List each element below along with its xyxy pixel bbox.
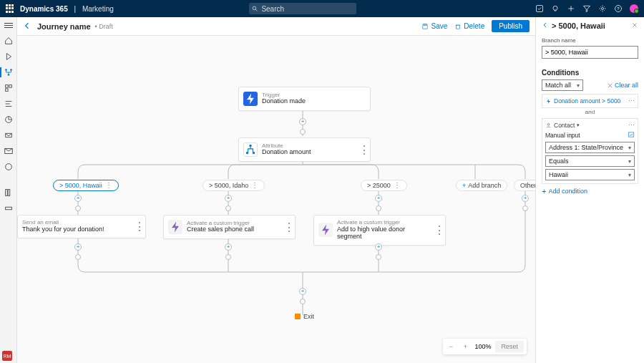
nav-tasks-icon[interactable] bbox=[4, 99, 14, 109]
svg-rect-24 bbox=[5, 207, 11, 210]
nav-channel-icon[interactable] bbox=[4, 130, 14, 140]
nav-segments-icon[interactable] bbox=[4, 83, 14, 93]
node-more-icon[interactable]: ⋮ bbox=[434, 223, 441, 237]
add-condition-button[interactable]: +Add condition bbox=[542, 187, 638, 195]
match-type-dropdown[interactable]: Match all▾ bbox=[542, 79, 583, 91]
svg-point-0 bbox=[253, 6, 257, 10]
action-node-trigger-1[interactable]: Activate a custom triggerCreate sales ph… bbox=[163, 215, 296, 239]
clear-all-button[interactable]: Clear all bbox=[607, 82, 638, 89]
filter-icon[interactable] bbox=[582, 4, 591, 13]
connector-end-dot bbox=[522, 205, 528, 211]
branch-chip-2[interactable]: > 5000, Idaho⋮ bbox=[203, 180, 265, 191]
record-status-chip: • Draft bbox=[95, 23, 113, 30]
nav-email-icon[interactable] bbox=[4, 146, 14, 156]
panel-close-button[interactable] bbox=[631, 21, 638, 30]
contact-label[interactable]: Contact bbox=[554, 122, 575, 129]
left-nav-rail bbox=[0, 17, 17, 363]
action-node-email[interactable]: Send an emailThank you for your donation… bbox=[17, 215, 146, 238]
svg-rect-22 bbox=[5, 190, 7, 196]
trigger-node[interactable]: TriggerDonation made bbox=[238, 87, 371, 111]
nav-more-icon[interactable] bbox=[4, 203, 14, 213]
action-node-trigger-2[interactable]: Activate a custom triggerAdd to high val… bbox=[313, 215, 446, 246]
plus-icon[interactable] bbox=[567, 4, 575, 13]
back-button[interactable] bbox=[23, 21, 31, 32]
connector-end-dot bbox=[225, 254, 231, 260]
page-header: Journey name • Draft Save Delete Publish bbox=[17, 17, 535, 36]
add-step-button[interactable]: + bbox=[225, 243, 232, 251]
add-step-button[interactable]: + bbox=[74, 243, 82, 251]
add-branch-button[interactable]: +Add branch bbox=[456, 180, 507, 191]
nav-analytics-icon[interactable] bbox=[4, 115, 14, 125]
add-step-button[interactable]: + bbox=[299, 118, 306, 125]
user-avatar[interactable] bbox=[630, 4, 638, 13]
condition-more-icon[interactable]: ⋯ bbox=[628, 97, 635, 105]
conditions-heading: Conditions bbox=[542, 69, 638, 77]
condition-operator-dropdown[interactable]: Equals▾ bbox=[545, 155, 635, 167]
zoom-control: − + 100% Reset bbox=[443, 339, 527, 354]
attribute-branch-node[interactable]: AttributeDonation amount ⋮ bbox=[238, 137, 371, 162]
contact-icon bbox=[545, 122, 552, 129]
node-more-icon[interactable]: ⋮ bbox=[283, 221, 291, 234]
branch-icon bbox=[243, 142, 258, 157]
nav-hamburger-icon[interactable] bbox=[4, 20, 14, 30]
page-title: Journey name bbox=[37, 22, 91, 31]
connector-end-dot bbox=[376, 254, 381, 260]
nav-assets-icon[interactable] bbox=[4, 162, 14, 172]
app-name: Dynamics 365 bbox=[20, 5, 68, 13]
node-more-icon[interactable]: ⋮ bbox=[358, 143, 366, 157]
add-step-button[interactable]: + bbox=[225, 195, 232, 202]
svg-line-1 bbox=[255, 9, 257, 11]
save-button[interactable]: Save bbox=[421, 22, 447, 30]
add-step-button[interactable]: + bbox=[375, 195, 382, 202]
svg-rect-2 bbox=[537, 6, 543, 12]
journey-canvas[interactable]: TriggerDonation made + AttributeDonation… bbox=[17, 36, 535, 363]
add-step-button[interactable]: + bbox=[375, 243, 382, 251]
condition-1-text[interactable]: Donation amount > 5000 bbox=[554, 97, 620, 105]
svg-rect-15 bbox=[5, 89, 8, 92]
help-icon[interactable]: ? bbox=[614, 4, 623, 13]
app-launcher-icon[interactable] bbox=[6, 4, 14, 13]
condition-more-icon[interactable]: ⋯ bbox=[628, 122, 635, 129]
nav-home-icon[interactable] bbox=[4, 36, 14, 46]
trigger-icon bbox=[168, 220, 182, 234]
assist-icon[interactable] bbox=[535, 4, 544, 13]
panel-back-button[interactable] bbox=[542, 21, 549, 30]
nav-journeys-icon[interactable] bbox=[4, 67, 14, 77]
app-area: Marketing bbox=[82, 5, 114, 13]
connector-end-dot bbox=[300, 129, 306, 135]
publish-button[interactable]: Publish bbox=[492, 20, 530, 32]
chevron-down-icon: ▾ bbox=[577, 82, 580, 89]
branch-chip-other[interactable]: Other bbox=[514, 180, 535, 191]
zoom-out-button[interactable]: − bbox=[446, 343, 456, 350]
add-step-button[interactable]: + bbox=[522, 195, 529, 202]
svg-point-21 bbox=[5, 164, 11, 170]
svg-rect-23 bbox=[8, 190, 10, 196]
delete-button[interactable]: Delete bbox=[454, 22, 484, 30]
connector-end-dot bbox=[75, 254, 81, 260]
zoom-reset-button[interactable]: Reset bbox=[495, 341, 524, 352]
node-more-icon[interactable]: ⋮ bbox=[134, 220, 141, 233]
flow-connectors bbox=[17, 36, 535, 363]
svg-point-7 bbox=[602, 8, 604, 10]
connector-end-dot bbox=[75, 205, 81, 211]
branch-chip-3[interactable]: > 25000⋮ bbox=[361, 180, 407, 191]
chevron-down-icon: ▾ bbox=[577, 122, 580, 128]
search-icon bbox=[252, 6, 258, 12]
global-search-input[interactable]: Search bbox=[249, 3, 356, 14]
lightbulb-icon[interactable] bbox=[551, 4, 560, 13]
condition-field-dropdown[interactable]: Address 1: State/Province▾ bbox=[545, 142, 635, 153]
settings-icon[interactable] bbox=[598, 4, 607, 13]
add-step-button[interactable]: + bbox=[74, 195, 82, 202]
condition-value-dropdown[interactable]: Hawaii▾ bbox=[545, 169, 635, 180]
trigger-icon bbox=[318, 223, 333, 237]
nav-library-icon[interactable] bbox=[4, 188, 14, 198]
and-label: and bbox=[542, 109, 638, 115]
switch-input-mode-icon[interactable] bbox=[628, 131, 635, 140]
connector-end-dot bbox=[300, 299, 306, 304]
branch-chip-1[interactable]: > 5000, Hawaii⋮ bbox=[53, 180, 119, 191]
zoom-in-button[interactable]: + bbox=[460, 343, 470, 350]
condition-group-2: Contact ▾ ⋯ Manual input Address 1: Stat… bbox=[542, 118, 638, 184]
add-step-button[interactable]: + bbox=[299, 288, 306, 295]
branch-name-input[interactable] bbox=[542, 46, 638, 59]
nav-play-icon[interactable] bbox=[4, 52, 14, 62]
